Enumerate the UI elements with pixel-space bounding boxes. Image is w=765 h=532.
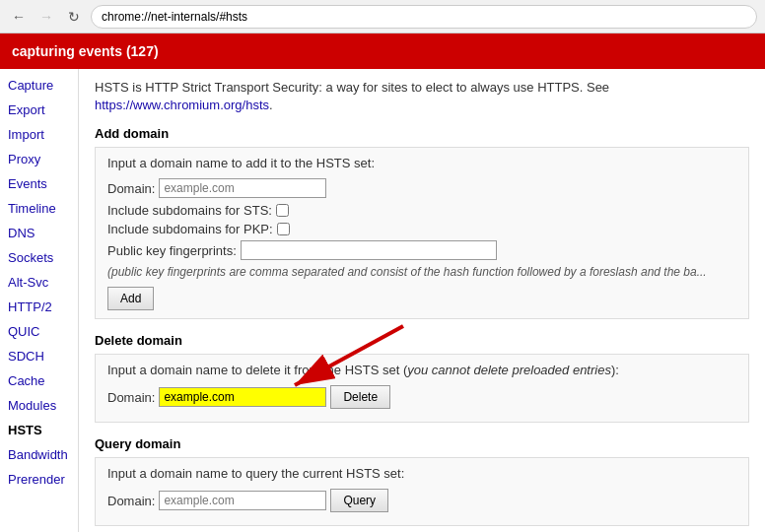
add-domain-box: Input a domain name to add it to the HST…	[95, 147, 749, 319]
address-bar[interactable]	[91, 5, 757, 29]
sidebar: Capture Export Import Proxy Events Timel…	[0, 69, 79, 532]
sidebar-item-hsts: HSTS	[0, 418, 78, 442]
sidebar-item-sockets[interactable]: Sockets	[0, 245, 78, 270]
delete-domain-input[interactable]	[159, 387, 326, 407]
sidebar-item-export[interactable]: Export	[0, 98, 78, 122]
delete-button[interactable]: Delete	[330, 385, 390, 409]
fingerprints-note: (public key fingerprints are comma separ…	[107, 265, 736, 279]
sidebar-item-http2[interactable]: HTTP/2	[0, 295, 78, 319]
browser-toolbar: ← → ↻	[0, 0, 765, 33]
delete-domain-label: Domain:	[107, 390, 155, 405]
add-domain-title: Add domain	[95, 126, 749, 141]
main-container: Capture Export Import Proxy Events Timel…	[0, 69, 765, 532]
delete-domain-box: Input a domain name to delete it from th…	[95, 354, 749, 423]
sts-row: Include subdomains for STS:	[107, 203, 736, 218]
query-domain-input[interactable]	[159, 491, 326, 510]
pkp-label: Include subdomains for PKP:	[107, 222, 273, 236]
add-domain-label: Domain:	[107, 181, 155, 196]
query-domain-label: Domain:	[107, 494, 155, 508]
fingerprints-input[interactable]	[241, 240, 497, 260]
add-domain-instruction: Input a domain name to add it to the HST…	[107, 156, 736, 170]
sidebar-item-modules[interactable]: Modules	[0, 393, 78, 418]
query-domain-instruction: Input a domain name to query the current…	[107, 466, 736, 481]
sidebar-item-prerender[interactable]: Prerender	[0, 467, 78, 492]
content-area: HSTS is HTTP Strict Transport Security: …	[79, 69, 765, 532]
reload-button[interactable]: ↻	[63, 6, 85, 28]
sts-label: Include subdomains for STS:	[107, 203, 272, 218]
title-bar: capturing events (127)	[0, 33, 765, 69]
query-domain-box: Input a domain name to query the current…	[95, 457, 749, 526]
intro-paragraph: HSTS is HTTP Strict Transport Security: …	[95, 79, 749, 114]
sidebar-item-capture[interactable]: Capture	[0, 73, 78, 98]
add-button[interactable]: Add	[107, 287, 154, 310]
sidebar-item-sdch[interactable]: SDCH	[0, 344, 78, 368]
fingerprints-row: Public key fingerprints:	[107, 240, 736, 260]
pkp-row: Include subdomains for PKP:	[107, 222, 736, 236]
intro-suffix: .	[269, 98, 273, 112]
sidebar-item-quic[interactable]: QUIC	[0, 319, 78, 344]
sidebar-item-import[interactable]: Import	[0, 122, 78, 147]
delete-domain-instruction: Input a domain name to delete it from th…	[107, 363, 736, 377]
back-button[interactable]: ←	[8, 6, 30, 28]
pkp-checkbox[interactable]	[277, 223, 290, 235]
sidebar-item-alt-svc[interactable]: Alt-Svc	[0, 270, 78, 295]
title-text: capturing events (127)	[12, 43, 159, 59]
chromium-link[interactable]: https://www.chromium.org/hsts	[95, 98, 269, 112]
query-domain-row: Domain: Query	[107, 489, 736, 512]
delete-domain-row: Domain: Delete	[107, 385, 736, 409]
sidebar-item-timeline[interactable]: Timeline	[0, 196, 78, 221]
query-button[interactable]: Query	[330, 489, 388, 512]
sidebar-item-bandwidth[interactable]: Bandwidth	[0, 442, 78, 467]
add-domain-input[interactable]	[159, 178, 326, 198]
sidebar-item-proxy[interactable]: Proxy	[0, 147, 78, 171]
intro-text: HSTS is HTTP Strict Transport Security: …	[95, 80, 609, 95]
sts-checkbox[interactable]	[276, 204, 289, 217]
add-domain-row: Domain:	[107, 178, 736, 198]
fingerprints-label: Public key fingerprints:	[107, 243, 237, 258]
sidebar-item-cache[interactable]: Cache	[0, 368, 78, 393]
sidebar-item-dns[interactable]: DNS	[0, 221, 78, 245]
delete-domain-title: Delete domain	[95, 333, 749, 348]
forward-button[interactable]: →	[35, 6, 57, 28]
query-domain-title: Query domain	[95, 436, 749, 451]
sidebar-item-events[interactable]: Events	[0, 171, 78, 196]
